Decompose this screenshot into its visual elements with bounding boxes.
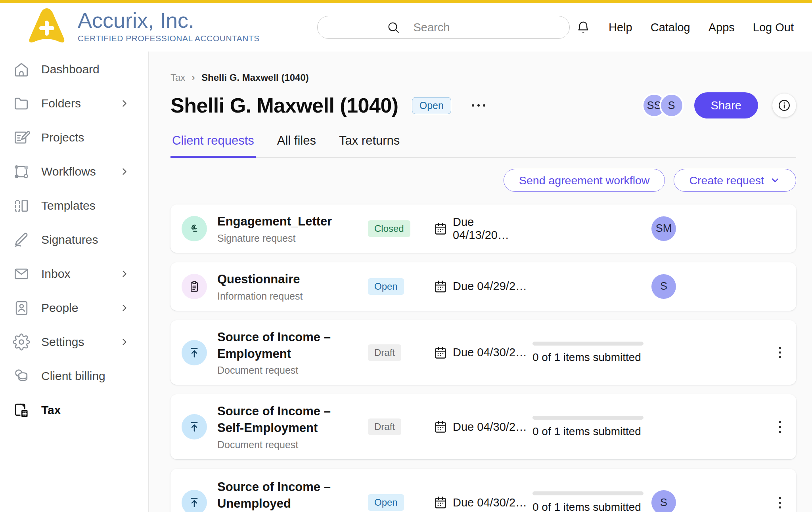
sidebar-item-client-billing[interactable]: Client billing [0,359,148,393]
sidebar-item-projects[interactable]: Projects [0,120,148,155]
upload-icon [182,490,207,512]
chevron-down-icon [770,175,781,186]
assignee-avatar[interactable]: S [651,274,676,299]
info-button[interactable] [772,94,796,117]
sidebar-item-inbox[interactable]: Inbox [0,257,148,291]
send-agreement-workflow-button[interactable]: Send agreement workflow [504,169,665,192]
calendar-icon [433,346,448,360]
due-date-text: Due 04/30/2… [453,420,527,434]
sidebar-item-people[interactable]: People [0,291,148,325]
overflow-menu-button[interactable] [468,100,489,111]
folder-icon [13,95,30,112]
page-title: Shelli G. Maxwell (1040) [170,94,398,117]
create-request-button[interactable]: Create request [674,169,796,192]
request-card-income-unemployed[interactable]: Source of Income – Unemployed Document r… [170,469,796,512]
kebab-menu-button[interactable] [775,417,785,437]
main-content: Tax › Shelli G. Maxwell (1040) Shelli G.… [150,52,812,512]
chevron-right-icon [119,336,130,348]
nav-apps-link[interactable]: Apps [709,21,735,34]
sidebar-item-signatures[interactable]: Signatures [0,223,148,257]
progress-bar [532,491,643,495]
sidebar-item-label: Tax [41,403,61,417]
create-request-label: Create request [689,174,764,187]
actions-row: Send agreement workflow Create request [170,169,796,192]
sidebar-item-label: Templates [41,199,96,212]
info-icon [777,98,791,113]
sidebar-item-label: Workflows [41,165,96,178]
chevron-right-icon [119,268,130,279]
due-date-text: Due 04/30/2… [453,496,527,509]
kebab-menu-button[interactable] [775,493,785,512]
calendar-icon [433,222,448,236]
share-button[interactable]: Share [694,92,758,118]
due-date: Due 04/30/2… [433,346,532,360]
home-icon [13,61,30,78]
billing-coins-icon [13,367,30,385]
due-date-text: Due 04/29/2… [453,280,527,293]
request-status-badge: Open [368,494,404,511]
request-title: Source of Income – Unemployed [217,479,352,512]
tab-all-files[interactable]: All files [276,134,318,158]
brand-logo[interactable]: Accurix, Inc. CERTIFIED PROFESSIONAL ACC… [25,6,260,46]
sidebar-item-label: Folders [41,97,81,110]
request-type: Document request [217,365,352,376]
sidebar-item-label: Dashboard [41,63,100,76]
clipboard-icon [182,274,207,299]
calendar-icon [433,279,448,294]
notifications-bell-icon[interactable] [576,20,590,34]
due-date: Due 04/30/2… [433,420,532,434]
accurix-logo-icon [25,6,69,46]
breadcrumb-tax-link[interactable]: Tax [170,72,185,83]
breadcrumb-separator: › [192,71,195,84]
calendar-icon [433,495,448,510]
request-title: Source of Income – Self-Employment [217,403,352,436]
nav-catalog-link[interactable]: Catalog [651,21,690,34]
templates-icon [13,197,30,214]
projects-icon [13,129,30,146]
nav-help-link[interactable]: Help [609,21,632,34]
sidebar-item-folders[interactable]: Folders [0,86,148,120]
header-nav: Help Catalog Apps Log Out [576,3,794,52]
search-icon [387,21,400,34]
tabs: Client requests All files Tax returns [170,134,796,158]
assignee-avatar[interactable]: SM [651,216,676,241]
sidebar-item-label: Client billing [41,369,105,383]
sidebar-item-tax[interactable]: Tax [0,393,148,427]
request-title: Questionnaire [217,271,303,288]
upload-icon [182,340,207,365]
progress: 0 of 1 items submitted [532,416,651,438]
request-card-questionnaire[interactable]: Questionnaire Information request Open D… [170,262,796,311]
request-status-badge: Open [368,278,404,295]
nav-logout-link[interactable]: Log Out [753,21,794,34]
search-input[interactable] [414,21,501,34]
request-card-engagement-letter[interactable]: Engagement_Letter Signature request Clos… [170,204,796,253]
request-card-income-employment[interactable]: Source of Income – Employment Document r… [170,320,796,385]
progress: 0 of 1 items submitted [532,491,651,512]
assignee-avatar[interactable]: S [651,490,676,512]
tab-tax-returns[interactable]: Tax returns [337,134,401,158]
brand-tagline: CERTIFIED PROFESSIONAL ACCOUNTANTS [78,34,260,43]
sidebar-item-label: Projects [41,131,84,144]
request-type: Information request [217,290,303,302]
sidebar-item-settings[interactable]: Settings [0,325,148,359]
sidebar-item-label: Inbox [41,267,70,281]
due-date: Due 04/29/2… [433,279,532,294]
people-icon [13,299,30,317]
sidebar-item-dashboard[interactable]: Dashboard [0,52,148,86]
due-date-text: Due 04/13/20… [453,216,532,242]
sidebar-item-templates[interactable]: Templates [0,189,148,223]
due-date-text: Due 04/30/2… [453,346,527,359]
request-list: Engagement_Letter Signature request Clos… [170,204,796,512]
app-header: Accurix, Inc. CERTIFIED PROFESSIONAL ACC… [0,3,812,52]
status-badge: Open [412,97,451,114]
top-accent-strip [0,0,812,3]
due-date: Due 04/30/2… [433,495,532,510]
avatar-stack: SS S [642,93,684,118]
progress-bar [532,416,643,420]
tab-client-requests[interactable]: Client requests [170,134,256,158]
sidebar-item-workflows[interactable]: Workflows [0,155,148,189]
avatar[interactable]: S [659,93,684,118]
request-card-income-self-employment[interactable]: Source of Income – Self-Employment Docum… [170,394,796,459]
kebab-menu-button[interactable] [775,343,785,362]
global-search[interactable] [317,16,570,39]
